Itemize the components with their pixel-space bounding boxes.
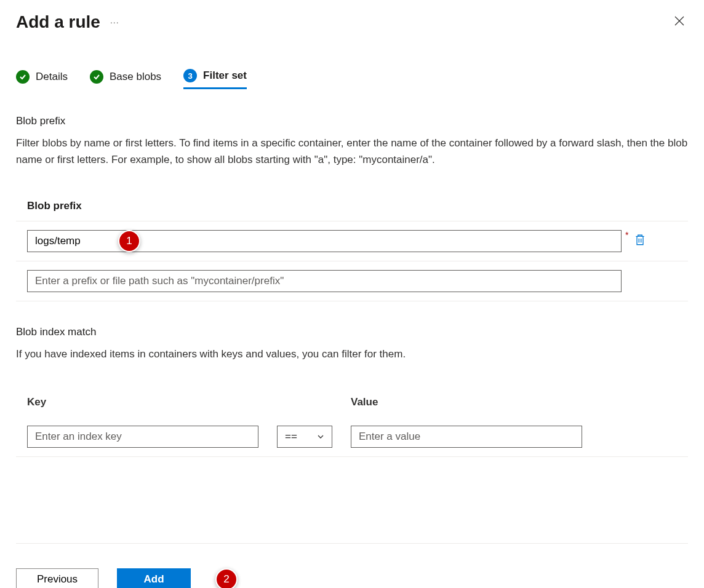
step-label: Filter set [203,70,247,82]
close-icon [674,16,684,26]
blob-prefix-input[interactable] [27,230,622,252]
delete-prefix-button[interactable] [632,231,648,251]
step-number-badge: 3 [183,69,197,82]
index-key-input[interactable] [27,426,258,448]
annotation-callout-1: 1 [118,230,140,252]
step-details[interactable]: Details [16,69,68,89]
annotation-callout-2: 2 [215,568,238,588]
footer-actions: Previous Add 2 [16,543,688,588]
previous-button[interactable]: Previous [16,568,98,588]
step-filter-set[interactable]: 3 Filter set [183,69,247,89]
column-header-value: Value [351,396,378,408]
required-indicator: * [625,230,628,240]
more-actions-icon[interactable]: ··· [108,15,122,30]
section-description: If you have indexed items in containers … [16,346,688,362]
page-title: Add a rule [16,12,100,32]
blob-prefix-input-new[interactable] [27,270,622,292]
column-header: Blob prefix [16,190,688,221]
checkmark-icon [16,70,30,84]
section-label: Blob index match [16,326,688,338]
prefix-row: * 1 [16,221,688,261]
step-base-blobs[interactable]: Base blobs [90,69,161,89]
blob-index-section: Blob index match If you have indexed ite… [16,326,688,456]
add-button[interactable]: Add [117,568,191,588]
close-button[interactable] [671,12,688,32]
blob-prefix-section: Blob prefix Filter blobs by name or firs… [16,115,688,301]
checkmark-icon [90,70,103,84]
chevron-down-icon [317,433,324,440]
prefix-row-new [16,261,688,301]
operator-value: == [285,431,297,443]
section-label: Blob prefix [16,115,688,127]
wizard-steps: Details Base blobs 3 Filter set [16,69,688,89]
trash-icon [634,234,646,246]
index-value-input[interactable] [351,426,582,448]
column-header-key: Key [27,396,351,408]
operator-select[interactable]: == [277,426,332,448]
step-label: Details [36,71,68,83]
step-label: Base blobs [110,71,161,83]
index-match-row: == [16,417,688,457]
section-description: Filter blobs by name or first letters. T… [16,135,688,168]
